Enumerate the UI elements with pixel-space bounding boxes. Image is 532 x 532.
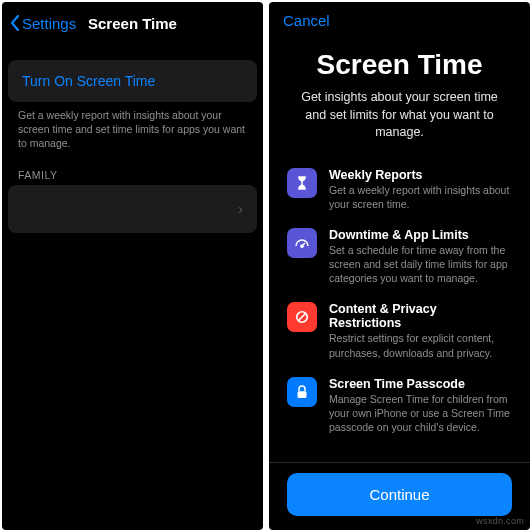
family-cell[interactable]: › bbox=[8, 185, 257, 233]
continue-button[interactable]: Continue bbox=[287, 473, 512, 516]
nav-bar: Settings Screen Time bbox=[2, 2, 263, 44]
family-header: FAMILY bbox=[2, 151, 263, 185]
feature-passcode: Screen Time Passcode Manage Screen Time … bbox=[287, 377, 512, 435]
back-button[interactable]: Settings bbox=[10, 15, 76, 32]
feature-desc: Get a weekly report with insights about … bbox=[329, 183, 512, 211]
chevron-left-icon bbox=[10, 15, 20, 31]
feature-desc: Manage Screen Time for children from you… bbox=[329, 392, 512, 435]
page-title: Screen Time bbox=[88, 15, 177, 32]
feature-desc: Restrict settings for explicit content, … bbox=[329, 331, 512, 359]
turn-on-screen-time-cell[interactable]: Turn On Screen Time bbox=[8, 60, 257, 102]
intro-screen: Cancel Screen Time Get insights about yo… bbox=[269, 2, 530, 530]
back-label: Settings bbox=[22, 15, 76, 32]
content: Turn On Screen Time Get a weekly report … bbox=[2, 44, 263, 233]
feature-title: Downtime & App Limits bbox=[329, 228, 512, 242]
hourglass-icon bbox=[287, 168, 317, 198]
content: Screen Time Get insights about your scre… bbox=[269, 33, 530, 462]
feature-weekly-reports: Weekly Reports Get a weekly report with … bbox=[287, 168, 512, 211]
feature-desc: Set a schedule for time away from the sc… bbox=[329, 243, 512, 286]
gauge-icon bbox=[287, 228, 317, 258]
cancel-button[interactable]: Cancel bbox=[269, 2, 530, 33]
svg-line-3 bbox=[298, 314, 306, 322]
svg-line-1 bbox=[302, 243, 305, 246]
feature-list: Weekly Reports Get a weekly report with … bbox=[287, 168, 512, 435]
feature-title: Weekly Reports bbox=[329, 168, 512, 182]
feature-restrictions: Content & Privacy Restrictions Restrict … bbox=[287, 302, 512, 359]
svg-rect-4 bbox=[298, 391, 307, 398]
watermark: wsxdn.com bbox=[476, 516, 524, 526]
hero-title: Screen Time bbox=[287, 49, 512, 81]
chevron-right-icon: › bbox=[238, 201, 243, 217]
lock-icon bbox=[287, 377, 317, 407]
feature-downtime: Downtime & App Limits Set a schedule for… bbox=[287, 228, 512, 286]
feature-title: Content & Privacy Restrictions bbox=[329, 302, 512, 330]
section-footer: Get a weekly report with insights about … bbox=[2, 102, 263, 151]
hero-subtitle: Get insights about your screen time and … bbox=[287, 89, 512, 142]
feature-title: Screen Time Passcode bbox=[329, 377, 512, 391]
turn-on-label: Turn On Screen Time bbox=[22, 73, 155, 89]
settings-screen: Settings Screen Time Turn On Screen Time… bbox=[2, 2, 263, 530]
no-sign-icon bbox=[287, 302, 317, 332]
